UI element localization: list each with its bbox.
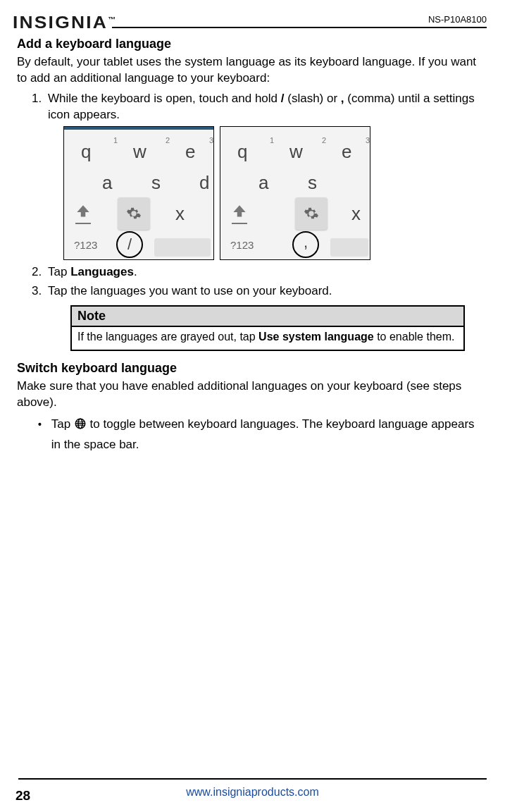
note-heading: Note	[72, 307, 463, 327]
keyboard-screenshots: q 1 w 2 e 3 a s d	[63, 126, 482, 260]
settings-gear-icon	[118, 197, 150, 230]
section-title-switch-language: Switch keyboard language	[17, 361, 482, 376]
step-1: While the keyboard is open, touch and ho…	[45, 91, 482, 260]
page-number: 28	[15, 788, 30, 804]
shift-key-icon	[74, 203, 95, 224]
page-header: INSIGNIA™ NS-P10A8100	[13, 13, 487, 32]
step-2: Tap Languages.	[45, 264, 482, 281]
note-box: Note If the languages are grayed out, ta…	[70, 305, 465, 352]
comma-key-highlight: ,	[292, 231, 319, 258]
shift-key-icon	[230, 203, 251, 224]
slash-key-highlight: /	[116, 231, 143, 258]
model-number: NS-P10A8100	[112, 14, 487, 25]
page-footer: www.insigniaproducts.com 28	[0, 778, 505, 799]
keyboard-slash-image: q 1 w 2 e 3 a s d	[63, 126, 214, 260]
section2-intro: Make sure that you have enabled addition…	[17, 379, 482, 411]
bullet-switch-language: • Tap to toggle between keyboard languag…	[38, 415, 482, 453]
brand-logo: INSIGNIA™	[13, 13, 122, 32]
section1-intro: By default, your tablet uses the system …	[17, 54, 482, 87]
step-3: Tap the languages you want to use on you…	[45, 283, 482, 300]
note-body: If the languages are grayed out, tap Use…	[72, 327, 463, 350]
footer-url: www.insigniaproducts.com	[186, 786, 319, 798]
settings-gear-icon	[295, 197, 328, 230]
keyboard-comma-image: q 1 w 2 e 3 a s	[220, 126, 370, 260]
section-title-add-language: Add a keyboard language	[17, 37, 482, 51]
globe-icon	[74, 417, 87, 436]
